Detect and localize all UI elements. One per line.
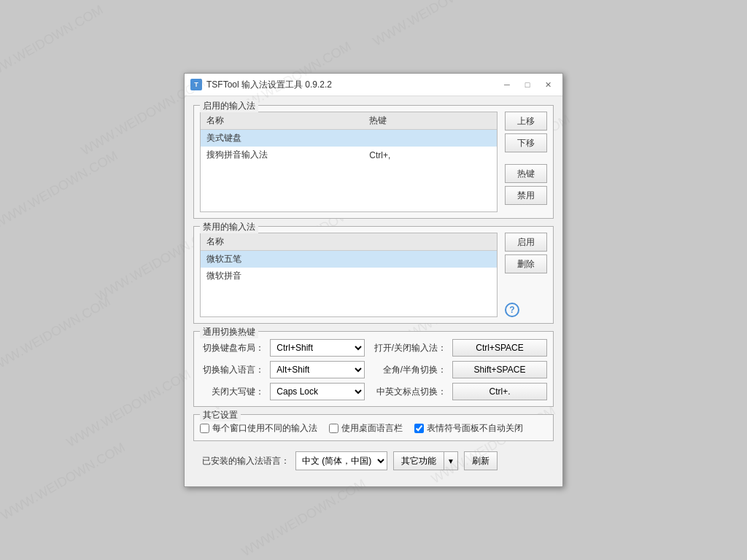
language-select[interactable]: 中文 (简体，中国)英语 (美国) bbox=[295, 451, 387, 470]
disabled-ime-table: 名称 微软五笔微软拼音 bbox=[201, 233, 497, 316]
title-text: TSFTool 输入法设置工具 0.9.2.2 bbox=[206, 79, 498, 91]
empty-row bbox=[201, 179, 497, 195]
app-icon: T bbox=[190, 79, 202, 90]
main-window: T TSFTool 输入法设置工具 0.9.2.2 ─ □ ✕ 启用的输入法 名… bbox=[184, 73, 563, 487]
empty-row bbox=[201, 163, 497, 179]
checkbox2[interactable] bbox=[329, 424, 338, 433]
other-section: 其它设置 每个窗口使用不同的输入法 使用桌面语言栏 表情符号面板不自动关闭 bbox=[193, 414, 554, 441]
installed-lang-label: 已安装的输入法语言： bbox=[202, 455, 290, 467]
hotkey-left-name-2: 关闭大写键： bbox=[200, 386, 264, 398]
other-section-label: 其它设置 bbox=[200, 409, 241, 421]
col-hotkey-header: 热键 bbox=[363, 112, 497, 130]
other-func-arrow[interactable]: ▼ bbox=[444, 451, 458, 470]
enable-button[interactable]: 启用 bbox=[505, 233, 547, 252]
disable-button[interactable]: 禁用 bbox=[505, 186, 547, 205]
enabled-ime-layout: 名称 热键 美式键盘搜狗拼音输入法Ctrl+, 上移 下移 热键 bbox=[200, 112, 547, 212]
checkbox3-label: 表情符号面板不自动关闭 bbox=[427, 422, 523, 435]
hotkey-left-select-2[interactable]: Caps LockShift无 bbox=[270, 383, 365, 400]
enabled-ime-table-container: 名称 热键 美式键盘搜狗拼音输入法Ctrl+, bbox=[200, 112, 498, 212]
disabled-ime-group: 禁用的输入法 名称 微软五笔微软拼音 bbox=[193, 226, 554, 324]
empty-row bbox=[201, 195, 497, 211]
hotkey-left-name-1: 切换输入语言： bbox=[200, 364, 264, 376]
hotkey-left-select-1[interactable]: Alt+ShiftCtrl+Shift无 bbox=[270, 361, 365, 378]
hotkey-right-btn-0[interactable]: Ctrl+SPACE bbox=[452, 339, 547, 357]
disabled-ime-layout: 名称 微软五笔微软拼音 启用 删除 ? bbox=[200, 233, 547, 317]
disabled-col-name-header: 名称 bbox=[201, 233, 497, 251]
enabled-ime-row[interactable]: 美式键盘 bbox=[201, 130, 497, 147]
other-func-button[interactable]: 其它功能 bbox=[393, 451, 444, 470]
hotkey-button[interactable]: 热键 bbox=[505, 164, 547, 183]
title-bar: T TSFTool 输入法设置工具 0.9.2.2 ─ □ ✕ bbox=[185, 74, 562, 96]
hotkey-right-btn-1[interactable]: Shift+SPACE bbox=[452, 361, 547, 378]
move-up-button[interactable]: 上移 bbox=[505, 112, 547, 131]
checkbox1[interactable] bbox=[200, 424, 209, 433]
main-content: 启用的输入法 名称 热键 美式键盘搜狗拼音输入法Ctrl+, bbox=[185, 96, 562, 486]
hotkey-right-name-2: 中英文标点切换： bbox=[371, 386, 446, 398]
ime-hotkey: Ctrl+, bbox=[363, 147, 497, 163]
disabled-ime-row[interactable]: 微软五笔 bbox=[201, 251, 497, 268]
empty-row bbox=[201, 300, 497, 316]
empty-row bbox=[201, 284, 497, 300]
delete-button[interactable]: 删除 bbox=[505, 254, 547, 273]
enabled-ime-group: 启用的输入法 名称 热键 美式键盘搜狗拼音输入法Ctrl+, bbox=[193, 105, 554, 219]
checkbox3[interactable] bbox=[414, 424, 424, 433]
ime-name: 美式键盘 bbox=[201, 130, 363, 147]
disabled-ime-row[interactable]: 微软拼音 bbox=[201, 268, 497, 284]
disabled-ime-label: 禁用的输入法 bbox=[200, 221, 258, 233]
ime-name: 微软五笔 bbox=[201, 251, 497, 268]
bottom-bar: 已安装的输入法语言： 中文 (简体，中国)英语 (美国) 其它功能 ▼ 刷新 bbox=[193, 448, 554, 478]
hotkey-right-name-0: 打开/关闭输入法： bbox=[371, 342, 446, 354]
hotkey-left-name-0: 切换键盘布局： bbox=[200, 342, 264, 354]
hotkey-right-btn-2[interactable]: Ctrl+. bbox=[452, 383, 547, 400]
ime-name: 微软拼音 bbox=[201, 268, 497, 284]
hotkey-right-name-1: 全角/半角切换： bbox=[371, 364, 446, 376]
enabled-ime-table: 名称 热键 美式键盘搜狗拼音输入法Ctrl+, bbox=[201, 112, 497, 211]
enabled-ime-row[interactable]: 搜狗拼音输入法Ctrl+, bbox=[201, 147, 497, 163]
checkbox-row: 每个窗口使用不同的输入法 使用桌面语言栏 表情符号面板不自动关闭 bbox=[200, 422, 547, 435]
ime-hotkey bbox=[363, 130, 497, 147]
refresh-button[interactable]: 刷新 bbox=[464, 451, 498, 470]
enabled-ime-table-area: 名称 热键 美式键盘搜狗拼音输入法Ctrl+, bbox=[200, 112, 500, 212]
hotkey-section: 通用切换热键 切换键盘布局：Ctrl+ShiftAlt+Shift无打开/关闭输… bbox=[193, 331, 554, 407]
col-name-header: 名称 bbox=[201, 112, 363, 130]
disabled-ime-table-area: 名称 微软五笔微软拼音 bbox=[200, 233, 500, 317]
enabled-ime-buttons: 上移 下移 热键 禁用 bbox=[505, 112, 547, 212]
other-func-group: 其它功能 ▼ bbox=[393, 451, 458, 470]
disabled-ime-table-container: 名称 微软五笔微软拼音 bbox=[200, 233, 498, 317]
disabled-ime-buttons: 启用 删除 ? bbox=[505, 233, 547, 317]
checkbox2-label: 使用桌面语言栏 bbox=[341, 422, 403, 435]
maximize-button[interactable]: □ bbox=[519, 78, 536, 91]
hotkey-grid: 切换键盘布局：Ctrl+ShiftAlt+Shift无打开/关闭输入法：Ctrl… bbox=[200, 339, 547, 400]
checkbox2-item[interactable]: 使用桌面语言栏 bbox=[329, 422, 403, 435]
close-button[interactable]: ✕ bbox=[539, 78, 557, 91]
checkbox1-item[interactable]: 每个窗口使用不同的输入法 bbox=[200, 422, 317, 435]
window-controls: ─ □ ✕ bbox=[498, 78, 557, 91]
help-icon[interactable]: ? bbox=[505, 303, 519, 317]
ime-name: 搜狗拼音输入法 bbox=[201, 147, 363, 163]
hotkey-left-select-0[interactable]: Ctrl+ShiftAlt+Shift无 bbox=[270, 339, 365, 357]
checkbox3-item[interactable]: 表情符号面板不自动关闭 bbox=[414, 422, 523, 435]
minimize-button[interactable]: ─ bbox=[498, 78, 516, 91]
checkbox1-label: 每个窗口使用不同的输入法 bbox=[212, 422, 317, 435]
hotkey-section-label: 通用切换热键 bbox=[200, 326, 258, 338]
enabled-ime-label: 启用的输入法 bbox=[200, 100, 258, 112]
move-down-button[interactable]: 下移 bbox=[505, 133, 547, 152]
